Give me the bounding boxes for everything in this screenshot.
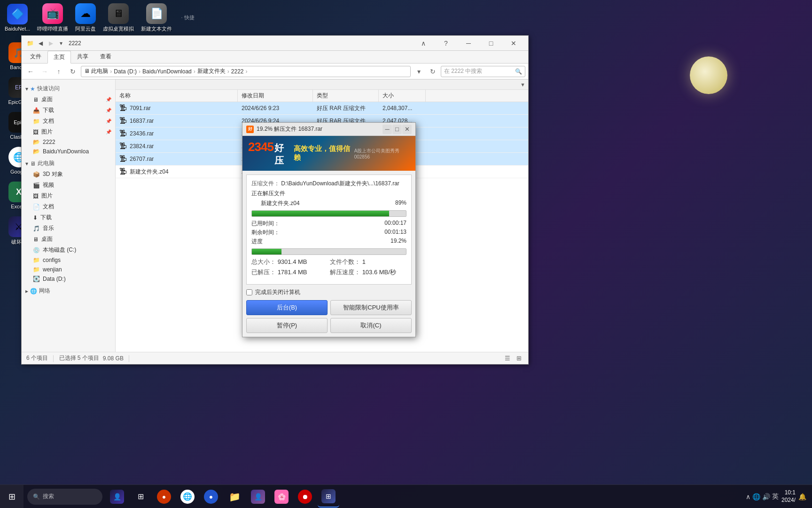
taskbar-pink-app[interactable]: 🌸 <box>271 486 292 508</box>
sidebar-item-3d[interactable]: 📦 3D 对象 <box>22 169 115 180</box>
file-row-7091[interactable]: 🗜 7091.rar 2024/6/26 9:23 好压 RAR 压缩文件 2,… <box>116 102 528 115</box>
pin-icon: 📌 <box>106 97 111 102</box>
network-icon: 🌐 <box>30 288 37 294</box>
tab-view[interactable]: 查看 <box>94 51 117 63</box>
top-app-bilibili[interactable]: 📺 哔哩哔哩直播 <box>37 3 68 32</box>
sidebar-item-pictures[interactable]: 🖼 图片 📌 <box>22 127 115 137</box>
grid-view-btn[interactable]: ⊞ <box>514 354 523 363</box>
shutdown-checkbox[interactable] <box>246 289 252 295</box>
top-app-vdesk[interactable]: 🖥 虚拟桌宽模拟 <box>103 3 134 32</box>
col-header-date[interactable]: 修改日期 <box>238 90 313 102</box>
top-app-baidunet[interactable]: 🔷 BaiduNet... <box>5 4 30 32</box>
cancel-btn[interactable]: 取消(C) <box>330 318 412 333</box>
sidebar-item-configs[interactable]: 📁 configs <box>22 255 115 265</box>
dialog-maximize-btn[interactable]: □ <box>392 125 402 134</box>
taskbar-record-app[interactable]: ⏺ <box>294 486 316 508</box>
sidebar-item-documents[interactable]: 📁 文档 📌 <box>22 116 115 127</box>
tray-notification-icon[interactable]: 🔔 <box>798 493 806 500</box>
sidebar-item-docs[interactable]: 📄 文档 <box>22 201 115 212</box>
taskbar-tray: ∧ 🌐 🔊 英 10:1 2024/ 🔔 <box>746 489 812 504</box>
breadcrumb-pc: 🖥 此电脑 <box>84 67 108 75</box>
minimize-btn[interactable]: ─ <box>458 36 479 51</box>
nav-forward-btn[interactable]: → <box>39 65 51 78</box>
desktop-folder-icon: 🖥 <box>33 96 39 103</box>
current-file-row: 新建文件夹.z04 89% <box>251 199 406 207</box>
list-view-btn[interactable]: ☰ <box>503 354 512 363</box>
sidebar-item-videos[interactable]: 🎬 视频 <box>22 180 115 190</box>
help-btn[interactable]: ? <box>435 36 457 51</box>
taskbar-blue-app[interactable]: ● <box>200 486 222 508</box>
sidebar-section-network: ▸ 🌐 网络 <box>22 286 115 296</box>
col-header-type[interactable]: 类型 <box>313 90 379 102</box>
taskbar-search[interactable]: 🔍 搜索 <box>27 489 102 505</box>
nav-refresh-btn[interactable]: ↻ <box>67 65 79 78</box>
tray-lang-icon[interactable]: 英 <box>772 492 779 501</box>
tray-volume-icon[interactable]: 🔊 <box>762 493 770 500</box>
tab-share[interactable]: 共享 <box>71 51 94 63</box>
nav-back-btn[interactable]: ← <box>24 65 37 78</box>
taskbar-browser[interactable]: 🌐 <box>177 486 198 508</box>
smart-cpu-btn[interactable]: 智能限制CPU使用率 <box>330 300 412 315</box>
qat-back-btn[interactable]: ◀ <box>36 39 45 48</box>
maximize-btn[interactable]: □ <box>480 36 502 51</box>
compressed-file-path: D:\BaiduYunDownload\新建文件夹\...\16837.rar <box>281 180 399 187</box>
sidebar-header-network[interactable]: ▸ 🌐 网络 <box>22 286 115 296</box>
taskbar-red-app[interactable]: ● <box>153 486 175 508</box>
sidebar-header-quickaccess[interactable]: ▾ ★ 快速访问 <box>22 83 115 94</box>
network-label: 网络 <box>39 287 50 295</box>
ribbon-toggle-btn[interactable]: ∧ <box>413 36 434 51</box>
tab-home[interactable]: 主页 <box>47 51 71 64</box>
sidebar-item-local-c[interactable]: 💿 本地磁盘 (C:) <box>22 245 115 255</box>
tray-up-icon[interactable]: ∧ <box>746 493 750 500</box>
taskbar-character-app[interactable]: 👤 <box>106 486 128 508</box>
sidebar-header-thispc[interactable]: ▾ 🖥 此电脑 <box>22 158 115 169</box>
tray-time[interactable]: 10:1 2024/ <box>781 489 796 504</box>
top-app-aliyun[interactable]: ☁ 阿里云盘 <box>75 3 96 32</box>
character-app-icon: 👤 <box>110 490 124 504</box>
nav-dropdown-btn[interactable]: ▾ <box>413 65 425 78</box>
start-btn[interactable]: ⊞ <box>0 485 23 508</box>
close-btn[interactable]: ✕ <box>503 36 524 51</box>
sidebar-item-pics[interactable]: 🖼 图片 <box>22 190 115 201</box>
pause-btn[interactable]: 暂停(P) <box>246 318 328 333</box>
compressed-file-row: 压缩文件： D:\BaiduYunDownload\新建文件夹\...\1683… <box>251 180 406 188</box>
tab-file[interactable]: 文件 <box>24 51 47 63</box>
sidebar-item-dls[interactable]: ⬇ 下载 <box>22 212 115 223</box>
sidebar-item-wenjian[interactable]: 📁 wenjian <box>22 265 115 274</box>
sidebar-item-desk2[interactable]: 🖥 桌面 <box>22 234 115 245</box>
file-name-23824: 23824.rar <box>130 143 154 150</box>
taskbar-taskview[interactable]: ⊞ <box>130 486 151 508</box>
file-progress-bar <box>251 210 406 217</box>
taskbar-tiles-app[interactable]: ⊞ <box>318 486 339 508</box>
sidebar-item-baidudl[interactable]: 📂 BaiduYunDownloa <box>22 147 115 156</box>
extracted-label: 已解压： <box>251 269 276 276</box>
nav-refresh2-btn[interactable]: ↻ <box>427 65 439 78</box>
sort-btn[interactable]: ▼ <box>520 82 525 87</box>
sidebar-item-music[interactable]: 🎵 音乐 <box>22 223 115 234</box>
sidebar-item-2222[interactable]: 📂 2222 <box>22 137 115 147</box>
nav-up-btn[interactable]: ↑ <box>53 65 65 78</box>
sidebar-item-data-d[interactable]: 💽 Data (D:) <box>22 274 115 284</box>
col-header-name[interactable]: 名称 <box>116 90 238 102</box>
tray-network-icon[interactable]: 🌐 <box>752 493 760 500</box>
compressed-file-label: 压缩文件： <box>251 180 280 187</box>
sidebar-item-download[interactable]: 📥 下载 📌 <box>22 105 115 116</box>
dialog-close-btn[interactable]: ✕ <box>402 125 412 134</box>
quick-label: · 快捷 <box>181 14 194 21</box>
col-header-size[interactable]: 大小 <box>379 90 426 102</box>
search-box[interactable]: 在 2222 中搜索 🔍 <box>441 66 525 77</box>
qat-forward-btn[interactable]: ▶ <box>46 39 55 48</box>
taskbar-person-app[interactable]: 👤 <box>247 486 269 508</box>
dialog-titlebar: 好 19.2% 解压文件 16837.rar ─ □ ✕ <box>242 123 415 136</box>
taskbar-folder-app[interactable]: 📁 <box>224 486 245 508</box>
sidebar-item-desktop[interactable]: 🖥 桌面 📌 <box>22 94 115 105</box>
dialog-minimize-btn[interactable]: ─ <box>383 125 392 134</box>
qat-down-btn[interactable]: ▾ <box>56 39 66 48</box>
file-name-newfolder: 新建文件夹.z04 <box>130 168 169 176</box>
top-app-newtext[interactable]: 📄 新建文本文件 <box>141 3 172 32</box>
newtext-label: 新建文本文件 <box>141 25 172 32</box>
qat-folder-btn[interactable]: 📁 <box>25 39 35 48</box>
background-btn[interactable]: 后台(B) <box>246 300 328 315</box>
elapsed-label: 已用时间： <box>251 220 280 228</box>
breadcrumb-bar[interactable]: 🖥 此电脑 › Data (D:) › BaiduYunDownload › 新… <box>81 66 411 77</box>
